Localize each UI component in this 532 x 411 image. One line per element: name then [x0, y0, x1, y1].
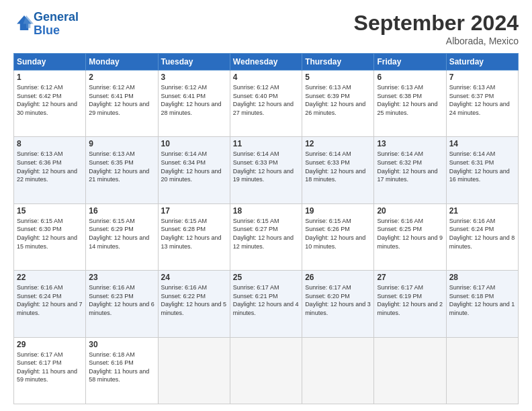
header-tuesday: Tuesday: [158, 54, 230, 71]
table-row: 10Sunrise: 6:14 AMSunset: 6:34 PMDayligh…: [158, 137, 230, 203]
table-row: 30Sunrise: 6:18 AMSunset: 6:16 PMDayligh…: [86, 337, 158, 404]
table-row: 14Sunrise: 6:14 AMSunset: 6:31 PMDayligh…: [446, 137, 518, 203]
header-sunday: Sunday: [14, 54, 86, 71]
header-friday: Friday: [374, 54, 446, 71]
empty-cell: [374, 337, 446, 404]
table-row: 21Sunrise: 6:16 AMSunset: 6:24 PMDayligh…: [446, 203, 518, 270]
table-row: 19Sunrise: 6:15 AMSunset: 6:26 PMDayligh…: [302, 203, 374, 270]
table-row: 24Sunrise: 6:16 AMSunset: 6:22 PMDayligh…: [158, 271, 230, 337]
table-row: 6Sunrise: 6:13 AMSunset: 6:38 PMDaylight…: [374, 71, 446, 137]
calendar-week-row: 29Sunrise: 6:17 AMSunset: 6:17 PMDayligh…: [14, 337, 519, 404]
table-row: 11Sunrise: 6:14 AMSunset: 6:33 PMDayligh…: [230, 137, 302, 203]
table-row: 2Sunrise: 6:12 AMSunset: 6:41 PMDaylight…: [86, 71, 158, 137]
table-row: 28Sunrise: 6:17 AMSunset: 6:18 PMDayligh…: [446, 271, 518, 337]
table-row: 23Sunrise: 6:16 AMSunset: 6:23 PMDayligh…: [86, 271, 158, 337]
logo-line1: General: [34, 10, 79, 24]
table-row: 18Sunrise: 6:15 AMSunset: 6:27 PMDayligh…: [230, 203, 302, 270]
empty-cell: [230, 337, 302, 404]
table-row: 5Sunrise: 6:13 AMSunset: 6:39 PMDaylight…: [302, 71, 374, 137]
empty-cell: [158, 337, 230, 404]
calendar-week-row: 22Sunrise: 6:16 AMSunset: 6:24 PMDayligh…: [14, 271, 519, 337]
page: General Blue September 2024 Alborada, Me…: [0, 0, 532, 411]
calendar-week-row: 1Sunrise: 6:12 AMSunset: 6:42 PMDaylight…: [14, 71, 519, 137]
location: Alborada, Mexico: [354, 36, 519, 46]
table-row: 22Sunrise: 6:16 AMSunset: 6:24 PMDayligh…: [14, 271, 86, 337]
logo-line2: Blue: [34, 24, 60, 37]
table-row: 29Sunrise: 6:17 AMSunset: 6:17 PMDayligh…: [14, 337, 86, 404]
logo: General Blue: [13, 11, 79, 38]
table-row: 27Sunrise: 6:17 AMSunset: 6:19 PMDayligh…: [374, 271, 446, 337]
calendar-week-row: 8Sunrise: 6:13 AMSunset: 6:36 PMDaylight…: [14, 137, 519, 203]
logo-icon: [15, 13, 34, 32]
table-row: 17Sunrise: 6:15 AMSunset: 6:28 PMDayligh…: [158, 203, 230, 270]
table-row: 8Sunrise: 6:13 AMSunset: 6:36 PMDaylight…: [14, 137, 86, 203]
header-thursday: Thursday: [302, 54, 374, 71]
table-row: 12Sunrise: 6:14 AMSunset: 6:33 PMDayligh…: [302, 137, 374, 203]
header-wednesday: Wednesday: [230, 54, 302, 71]
table-row: 20Sunrise: 6:16 AMSunset: 6:25 PMDayligh…: [374, 203, 446, 270]
calendar-table: Sunday Monday Tuesday Wednesday Thursday…: [13, 53, 519, 404]
month-title: September 2024: [354, 11, 519, 36]
empty-cell: [302, 337, 374, 404]
table-row: 15Sunrise: 6:15 AMSunset: 6:30 PMDayligh…: [14, 203, 86, 270]
calendar-header-row: Sunday Monday Tuesday Wednesday Thursday…: [14, 54, 519, 71]
logo-text: General Blue: [34, 11, 79, 38]
empty-cell: [446, 337, 518, 404]
table-row: 26Sunrise: 6:17 AMSunset: 6:20 PMDayligh…: [302, 271, 374, 337]
table-row: 4Sunrise: 6:12 AMSunset: 6:40 PMDaylight…: [230, 71, 302, 137]
header: General Blue September 2024 Alborada, Me…: [13, 11, 519, 46]
title-block: September 2024 Alborada, Mexico: [354, 11, 519, 46]
header-saturday: Saturday: [446, 54, 518, 71]
table-row: 16Sunrise: 6:15 AMSunset: 6:29 PMDayligh…: [86, 203, 158, 270]
table-row: 3Sunrise: 6:12 AMSunset: 6:41 PMDaylight…: [158, 71, 230, 137]
calendar-week-row: 15Sunrise: 6:15 AMSunset: 6:30 PMDayligh…: [14, 203, 519, 270]
table-row: 1Sunrise: 6:12 AMSunset: 6:42 PMDaylight…: [14, 71, 86, 137]
table-row: 7Sunrise: 6:13 AMSunset: 6:37 PMDaylight…: [446, 71, 518, 137]
table-row: 25Sunrise: 6:17 AMSunset: 6:21 PMDayligh…: [230, 271, 302, 337]
table-row: 13Sunrise: 6:14 AMSunset: 6:32 PMDayligh…: [374, 137, 446, 203]
table-row: 9Sunrise: 6:13 AMSunset: 6:35 PMDaylight…: [86, 137, 158, 203]
header-monday: Monday: [86, 54, 158, 71]
